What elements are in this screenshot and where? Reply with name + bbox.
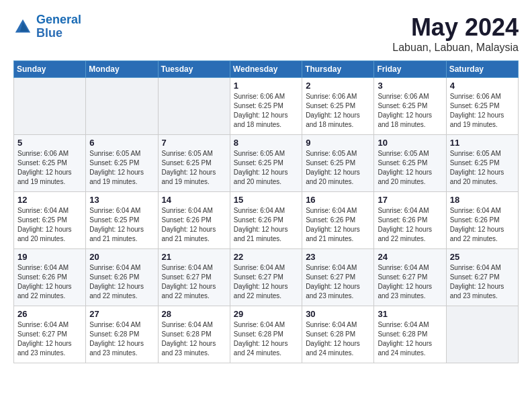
calendar-body: 1Sunrise: 6:06 AM Sunset: 6:25 PM Daylig…: [14, 78, 519, 363]
day-number: 27: [89, 309, 154, 319]
calendar-cell: 3Sunrise: 6:06 AM Sunset: 6:25 PM Daylig…: [374, 78, 446, 135]
calendar-cell: 21Sunrise: 6:04 AM Sunset: 6:27 PM Dayli…: [158, 249, 230, 306]
calendar-cell: 19Sunrise: 6:04 AM Sunset: 6:26 PM Dayli…: [14, 249, 86, 306]
day-info: Sunrise: 6:05 AM Sunset: 6:25 PM Dayligh…: [450, 149, 515, 187]
calendar-cell: 22Sunrise: 6:04 AM Sunset: 6:27 PM Dayli…: [230, 249, 302, 306]
day-info: Sunrise: 6:06 AM Sunset: 6:25 PM Dayligh…: [234, 92, 298, 130]
day-number: 1: [234, 81, 298, 91]
day-number: 10: [378, 138, 442, 148]
day-info: Sunrise: 6:04 AM Sunset: 6:28 PM Dayligh…: [162, 320, 226, 358]
day-number: 23: [306, 252, 370, 262]
calendar-cell: 24Sunrise: 6:04 AM Sunset: 6:27 PM Dayli…: [374, 249, 446, 306]
calendar-cell: 18Sunrise: 6:04 AM Sunset: 6:26 PM Dayli…: [446, 192, 518, 249]
day-info: Sunrise: 6:04 AM Sunset: 6:26 PM Dayligh…: [162, 206, 226, 244]
calendar-cell: 13Sunrise: 6:04 AM Sunset: 6:25 PM Dayli…: [86, 192, 158, 249]
column-header-wednesday: Wednesday: [230, 61, 302, 78]
day-number: 31: [378, 309, 442, 319]
day-number: 13: [89, 195, 154, 205]
day-info: Sunrise: 6:06 AM Sunset: 6:25 PM Dayligh…: [17, 149, 82, 187]
calendar-cell: 1Sunrise: 6:06 AM Sunset: 6:25 PM Daylig…: [230, 78, 302, 135]
day-info: Sunrise: 6:04 AM Sunset: 6:28 PM Dayligh…: [378, 320, 442, 358]
location: Labuan, Labuan, Malaysia: [392, 42, 519, 54]
page-header: General Blue May 2024 Labuan, Labuan, Ma…: [13, 13, 519, 54]
title-block: May 2024 Labuan, Labuan, Malaysia: [392, 13, 519, 54]
calendar-header: SundayMondayTuesdayWednesdayThursdayFrid…: [14, 61, 519, 78]
day-info: Sunrise: 6:04 AM Sunset: 6:27 PM Dayligh…: [162, 263, 226, 301]
calendar-cell: 12Sunrise: 6:04 AM Sunset: 6:25 PM Dayli…: [14, 192, 86, 249]
calendar-cell: [86, 78, 158, 135]
calendar-cell: 4Sunrise: 6:06 AM Sunset: 6:25 PM Daylig…: [446, 78, 518, 135]
calendar-week-2: 5Sunrise: 6:06 AM Sunset: 6:25 PM Daylig…: [14, 135, 519, 192]
day-number: 26: [17, 309, 82, 319]
column-header-monday: Monday: [86, 61, 158, 78]
calendar-cell: 2Sunrise: 6:06 AM Sunset: 6:25 PM Daylig…: [302, 78, 374, 135]
calendar-cell: 8Sunrise: 6:05 AM Sunset: 6:25 PM Daylig…: [230, 135, 302, 192]
day-number: 22: [234, 252, 298, 262]
day-number: 7: [162, 138, 226, 148]
day-info: Sunrise: 6:04 AM Sunset: 6:28 PM Dayligh…: [234, 320, 298, 358]
calendar-cell: 20Sunrise: 6:04 AM Sunset: 6:26 PM Dayli…: [86, 249, 158, 306]
day-info: Sunrise: 6:04 AM Sunset: 6:27 PM Dayligh…: [306, 263, 370, 301]
calendar-cell: [446, 306, 518, 363]
calendar-cell: 9Sunrise: 6:05 AM Sunset: 6:25 PM Daylig…: [302, 135, 374, 192]
calendar-cell: 30Sunrise: 6:04 AM Sunset: 6:28 PM Dayli…: [302, 306, 374, 363]
day-number: 16: [306, 195, 370, 205]
day-number: 20: [89, 252, 154, 262]
day-info: Sunrise: 6:04 AM Sunset: 6:27 PM Dayligh…: [234, 263, 298, 301]
day-info: Sunrise: 6:04 AM Sunset: 6:26 PM Dayligh…: [450, 206, 515, 244]
logo: General Blue: [13, 13, 81, 40]
calendar-cell: 10Sunrise: 6:05 AM Sunset: 6:25 PM Dayli…: [374, 135, 446, 192]
day-info: Sunrise: 6:04 AM Sunset: 6:27 PM Dayligh…: [17, 320, 82, 358]
day-info: Sunrise: 6:05 AM Sunset: 6:25 PM Dayligh…: [234, 149, 298, 187]
day-number: 14: [162, 195, 226, 205]
day-number: 9: [306, 138, 370, 148]
column-header-saturday: Saturday: [446, 61, 518, 78]
day-info: Sunrise: 6:06 AM Sunset: 6:25 PM Dayligh…: [378, 92, 442, 130]
day-number: 12: [17, 195, 82, 205]
month-title: May 2024: [392, 13, 519, 42]
day-info: Sunrise: 6:04 AM Sunset: 6:27 PM Dayligh…: [450, 263, 515, 301]
day-info: Sunrise: 6:04 AM Sunset: 6:26 PM Dayligh…: [17, 263, 82, 301]
day-number: 24: [378, 252, 442, 262]
column-header-tuesday: Tuesday: [158, 61, 230, 78]
calendar-cell: 25Sunrise: 6:04 AM Sunset: 6:27 PM Dayli…: [446, 249, 518, 306]
day-number: 6: [89, 138, 154, 148]
day-number: 25: [450, 252, 515, 262]
calendar-cell: 14Sunrise: 6:04 AM Sunset: 6:26 PM Dayli…: [158, 192, 230, 249]
calendar-cell: 15Sunrise: 6:04 AM Sunset: 6:26 PM Dayli…: [230, 192, 302, 249]
day-number: 5: [17, 138, 82, 148]
day-number: 21: [162, 252, 226, 262]
calendar-cell: 5Sunrise: 6:06 AM Sunset: 6:25 PM Daylig…: [14, 135, 86, 192]
calendar-cell: 16Sunrise: 6:04 AM Sunset: 6:26 PM Dayli…: [302, 192, 374, 249]
day-number: 17: [378, 195, 442, 205]
calendar-cell: 27Sunrise: 6:04 AM Sunset: 6:28 PM Dayli…: [86, 306, 158, 363]
day-number: 19: [17, 252, 82, 262]
logo-icon: [13, 17, 32, 36]
calendar-week-4: 19Sunrise: 6:04 AM Sunset: 6:26 PM Dayli…: [14, 249, 519, 306]
calendar-week-1: 1Sunrise: 6:06 AM Sunset: 6:25 PM Daylig…: [14, 78, 519, 135]
day-info: Sunrise: 6:04 AM Sunset: 6:28 PM Dayligh…: [306, 320, 370, 358]
day-info: Sunrise: 6:05 AM Sunset: 6:25 PM Dayligh…: [89, 149, 154, 187]
calendar-cell: 17Sunrise: 6:04 AM Sunset: 6:26 PM Dayli…: [374, 192, 446, 249]
day-number: 11: [450, 138, 515, 148]
day-info: Sunrise: 6:05 AM Sunset: 6:25 PM Dayligh…: [306, 149, 370, 187]
calendar-cell: 29Sunrise: 6:04 AM Sunset: 6:28 PM Dayli…: [230, 306, 302, 363]
day-info: Sunrise: 6:04 AM Sunset: 6:28 PM Dayligh…: [89, 320, 154, 358]
day-number: 4: [450, 81, 515, 91]
calendar-cell: 11Sunrise: 6:05 AM Sunset: 6:25 PM Dayli…: [446, 135, 518, 192]
day-info: Sunrise: 6:06 AM Sunset: 6:25 PM Dayligh…: [306, 92, 370, 130]
day-info: Sunrise: 6:04 AM Sunset: 6:26 PM Dayligh…: [306, 206, 370, 244]
calendar-cell: 23Sunrise: 6:04 AM Sunset: 6:27 PM Dayli…: [302, 249, 374, 306]
day-info: Sunrise: 6:05 AM Sunset: 6:25 PM Dayligh…: [378, 149, 442, 187]
day-info: Sunrise: 6:04 AM Sunset: 6:25 PM Dayligh…: [89, 206, 154, 244]
day-number: 15: [234, 195, 298, 205]
day-number: 2: [306, 81, 370, 91]
calendar-cell: 31Sunrise: 6:04 AM Sunset: 6:28 PM Dayli…: [374, 306, 446, 363]
day-info: Sunrise: 6:04 AM Sunset: 6:26 PM Dayligh…: [89, 263, 154, 301]
calendar-cell: 6Sunrise: 6:05 AM Sunset: 6:25 PM Daylig…: [86, 135, 158, 192]
calendar-cell: 28Sunrise: 6:04 AM Sunset: 6:28 PM Dayli…: [158, 306, 230, 363]
day-number: 3: [378, 81, 442, 91]
calendar-week-5: 26Sunrise: 6:04 AM Sunset: 6:27 PM Dayli…: [14, 306, 519, 363]
day-info: Sunrise: 6:06 AM Sunset: 6:25 PM Dayligh…: [450, 92, 515, 130]
day-info: Sunrise: 6:05 AM Sunset: 6:25 PM Dayligh…: [162, 149, 226, 187]
